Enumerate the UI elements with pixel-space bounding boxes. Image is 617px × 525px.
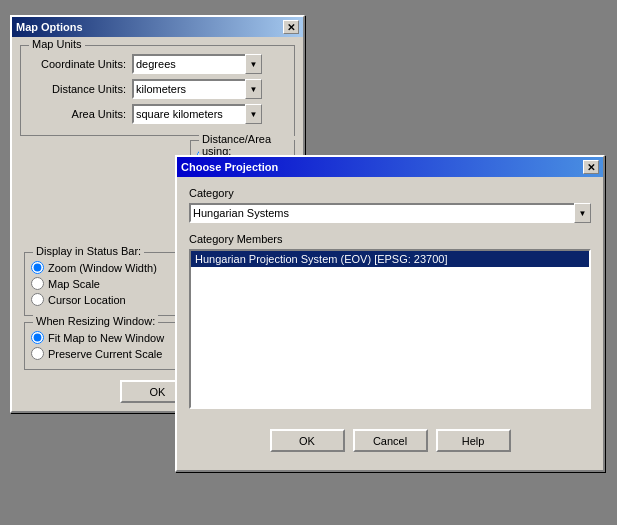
coordinate-units-select-wrapper[interactable]: degrees meters feet ▼ [132, 54, 262, 74]
coordinate-units-select[interactable]: degrees meters feet [132, 54, 262, 74]
choose-projection-title-bar: Choose Projection ✕ [177, 157, 603, 177]
cursor-location-label: Cursor Location [48, 294, 126, 306]
distance-units-label: Distance Units: [27, 83, 132, 95]
category-select[interactable]: Hungarian Systems Geographic UTM [189, 203, 591, 223]
coordinate-units-label: Coordinate Units: [27, 58, 132, 70]
cursor-location-radio[interactable] [31, 293, 44, 306]
category-members-label-row: Category Members [189, 233, 591, 245]
map-options-title-bar: Map Options ✕ [12, 17, 303, 37]
coordinate-units-row: Coordinate Units: degrees meters feet ▼ [27, 54, 288, 74]
display-status-bar-label: Display in Status Bar: [33, 245, 144, 257]
area-units-select[interactable]: square kilometers square miles square me… [132, 104, 262, 124]
area-units-row: Area Units: square kilometers square mil… [27, 104, 288, 124]
zoom-label: Zoom (Window Width) [48, 262, 157, 274]
projection-ok-button[interactable]: OK [270, 429, 345, 452]
projection-cancel-button[interactable]: Cancel [353, 429, 428, 452]
map-units-group: Map Units Coordinate Units: degrees mete… [20, 45, 295, 136]
projection-help-button[interactable]: Help [436, 429, 511, 452]
choose-projection-title: Choose Projection [181, 161, 278, 173]
distance-units-select[interactable]: kilometers miles meters [132, 79, 262, 99]
choose-projection-window: Choose Projection ✕ Category Hungarian S… [175, 155, 605, 472]
area-units-label: Area Units: [27, 108, 132, 120]
map-options-title: Map Options [16, 21, 83, 33]
choose-projection-close-button[interactable]: ✕ [583, 160, 599, 174]
when-resizing-label: When Resizing Window: [33, 315, 158, 327]
fit-map-label: Fit Map to New Window [48, 332, 164, 344]
projection-button-row: OK Cancel Help [189, 421, 591, 460]
list-item[interactable]: Hungarian Projection System (EOV) [EPSG:… [191, 251, 589, 267]
category-members-list[interactable]: Hungarian Projection System (EOV) [EPSG:… [189, 249, 591, 409]
preserve-scale-label: Preserve Current Scale [48, 348, 162, 360]
map-options-close-button[interactable]: ✕ [283, 20, 299, 34]
distance-units-select-wrapper[interactable]: kilometers miles meters ▼ [132, 79, 262, 99]
category-label: Category [189, 187, 234, 199]
category-label-row: Category [189, 187, 591, 199]
category-members-label: Category Members [189, 233, 283, 245]
choose-projection-content: Category Hungarian Systems Geographic UT… [177, 177, 603, 470]
map-scale-label: Map Scale [48, 278, 100, 290]
preserve-scale-radio[interactable] [31, 347, 44, 360]
category-select-wrapper[interactable]: Hungarian Systems Geographic UTM ▼ [189, 203, 591, 223]
map-units-label: Map Units [29, 38, 85, 50]
area-units-select-wrapper[interactable]: square kilometers square miles square me… [132, 104, 262, 124]
fit-map-radio[interactable] [31, 331, 44, 344]
distance-area-label: Distance/Area using: [199, 133, 294, 157]
zoom-radio[interactable] [31, 261, 44, 274]
map-scale-radio[interactable] [31, 277, 44, 290]
distance-units-row: Distance Units: kilometers miles meters … [27, 79, 288, 99]
